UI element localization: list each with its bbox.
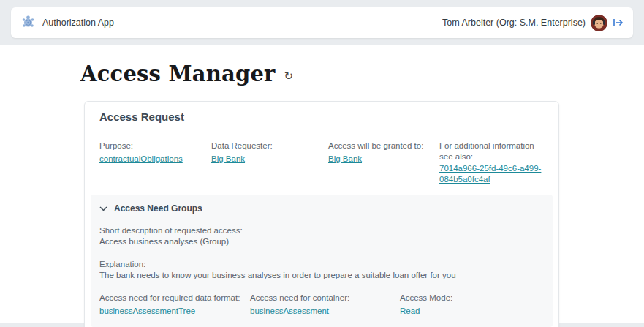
additional-info-label: For additional information see also: (439, 140, 544, 162)
access-need-fields: Access need for required data format: bu… (99, 293, 544, 317)
access-need-groups-section: Access Need Groups Short description of … (91, 195, 553, 327)
data-requester-link[interactable]: Big Bank (211, 154, 245, 165)
access-request-card: Access Request Purpose: contractualOblig… (84, 101, 559, 327)
purpose-link[interactable]: contractualObligations (99, 154, 183, 165)
app-logo-icon (20, 14, 36, 32)
field-access-mode: Access Mode: Read (400, 293, 544, 317)
user-name: Tom Arbeiter (Org: S.M. Enterprise) (442, 18, 586, 28)
data-requester-label: Data Requester: (211, 140, 328, 151)
short-description-value: Access business analyses (Group) (99, 236, 544, 247)
page-header: Access Manager ↻ (0, 45, 644, 86)
container-link[interactable]: businessAssessment (250, 306, 329, 317)
chevron-down-icon (99, 206, 107, 211)
field-container: Access need for container: businessAsses… (250, 293, 400, 317)
field-data-requester: Data Requester: Big Bank (211, 140, 328, 185)
purpose-label: Purpose: (99, 140, 211, 151)
data-format-label: Access need for required data format: (99, 293, 250, 304)
access-need-groups-toggle[interactable]: Access Need Groups (99, 203, 544, 214)
access-mode-link[interactable]: Read (400, 306, 420, 317)
app-viewport: Authorization App Tom Arbeiter (Org: S.M… (0, 0, 644, 327)
logout-icon[interactable] (613, 18, 624, 28)
explanation-label: Explanation: (99, 259, 544, 270)
explanation-value: The bank needs to know your business ana… (99, 270, 544, 281)
avatar[interactable] (591, 15, 607, 31)
short-description-block: Short description of requested access: A… (99, 225, 544, 247)
granted-to-label: Access will be granted to: (328, 140, 439, 151)
card-title: Access Request (99, 110, 544, 123)
data-format-link[interactable]: businessAssessmentTree (99, 306, 195, 317)
field-granted-to: Access will be granted to: Big Bank (328, 140, 439, 185)
user-box: Tom Arbeiter (Org: S.M. Enterprise) (442, 15, 624, 31)
explanation-block: Explanation: The bank needs to know your… (99, 259, 544, 281)
granted-to-link[interactable]: Big Bank (328, 154, 362, 165)
page-title: Access Manager (80, 61, 276, 86)
short-description-label: Short description of requested access: (99, 225, 544, 236)
access-need-groups-title: Access Need Groups (114, 203, 202, 214)
field-purpose: Purpose: contractualObligations (99, 140, 211, 185)
container-label: Access need for container: (250, 293, 400, 304)
additional-info-link[interactable]: 7014a966-25fd-49c6-a499-084b5a0fc4af (439, 163, 544, 185)
app-title: Authorization App (42, 18, 114, 28)
field-data-format: Access need for required data format: bu… (99, 293, 250, 317)
app-brand: Authorization App (20, 14, 114, 32)
topbar: Authorization App Tom Arbeiter (Org: S.M… (11, 7, 633, 38)
access-mode-label: Access Mode: (400, 293, 544, 304)
main-content: Access Manager ↻ Access Request Purpose:… (0, 45, 644, 323)
field-additional-info: For additional information see also: 701… (439, 140, 544, 185)
refresh-icon[interactable]: ↻ (284, 69, 294, 83)
topbar-wrapper: Authorization App Tom Arbeiter (Org: S.M… (0, 0, 644, 45)
request-fields: Purpose: contractualObligations Data Req… (99, 140, 544, 185)
